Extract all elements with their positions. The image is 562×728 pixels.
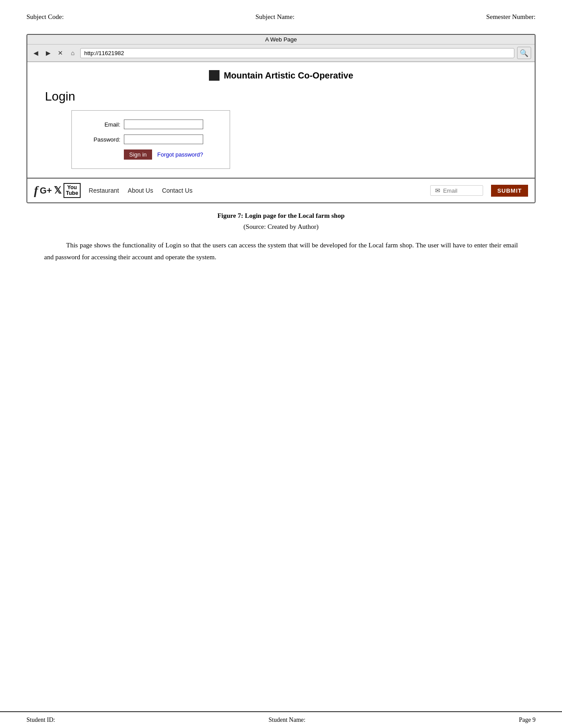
email-subscribe-area: ✉ (430, 185, 483, 196)
page-number: Page 9 (519, 717, 536, 724)
site-content: Mountain Artistic Co-Operative Login Ema… (27, 62, 535, 202)
nav-about-us[interactable]: About Us (128, 187, 153, 194)
back-button[interactable]: ◀ (31, 48, 41, 58)
signin-button[interactable]: Sign in (124, 149, 152, 160)
password-input[interactable] (124, 134, 203, 144)
social-icons: f G+ 𝕏 YouTube (34, 183, 81, 198)
envelope-icon: ✉ (435, 187, 440, 194)
student-name-label: Student Name: (268, 717, 305, 724)
body-paragraph: This page shows the functionality of Log… (44, 239, 518, 263)
search-icon: 🔍 (520, 49, 529, 57)
subject-code-label: Subject Code: (26, 13, 64, 21)
figure-caption: Figure 7: Login page for the Local farm … (26, 212, 536, 220)
email-subscribe-input[interactable] (443, 187, 478, 194)
address-bar[interactable] (80, 48, 514, 58)
search-button[interactable]: 🔍 (517, 47, 531, 59)
student-id-label: Student ID: (26, 717, 55, 724)
subject-name-label: Subject Name: (255, 13, 294, 21)
login-section: Login Email: Password: Sign in Forgot pa… (27, 85, 535, 178)
nav-contact-us[interactable]: Contact Us (162, 187, 192, 194)
twitter-icon[interactable]: 𝕏 (54, 185, 62, 196)
body-text: This page shows the functionality of Log… (44, 239, 518, 263)
site-footer-nav: f G+ 𝕏 YouTube Restaurant About Us Conta… (27, 178, 535, 202)
email-input[interactable] (124, 119, 203, 129)
site-header: Mountain Artistic Co-Operative (27, 62, 535, 85)
email-label: Email: (85, 121, 120, 128)
forward-button[interactable]: ▶ (43, 48, 53, 58)
youtube-icon[interactable]: YouTube (63, 183, 81, 198)
page-footer: Student ID: Student Name: Page 9 (0, 711, 562, 728)
footer-nav: Restaurant About Us Contact Us (89, 187, 422, 194)
facebook-icon[interactable]: f (34, 183, 38, 198)
semester-label: Semester Number: (486, 13, 536, 21)
browser-nav-bar: ◀ ▶ ✕ ⌂ 🔍 (27, 45, 535, 62)
nav-restaurant[interactable]: Restaurant (89, 187, 119, 194)
login-heading: Login (45, 90, 517, 104)
submit-button[interactable]: SUBMIT (491, 185, 528, 197)
email-row: Email: (85, 119, 216, 129)
password-row: Password: (85, 134, 216, 144)
site-title: Mountain Artistic Co-Operative (224, 71, 354, 81)
home-button[interactable]: ⌂ (68, 48, 78, 58)
password-label: Password: (85, 136, 120, 143)
form-actions: Sign in Forgot password? (124, 149, 216, 160)
browser-title-bar: A Web Page (27, 35, 535, 45)
google-plus-icon[interactable]: G+ (40, 186, 52, 196)
figure-source: (Source: Created by Author) (0, 223, 562, 231)
forgot-password-link[interactable]: Forgot password? (157, 151, 203, 158)
site-logo (209, 70, 220, 81)
browser-title: A Web Page (265, 36, 297, 43)
login-form-box: Email: Password: Sign in Forgot password… (71, 110, 230, 169)
browser-mockup: A Web Page ◀ ▶ ✕ ⌂ 🔍 Mountain Artistic C… (26, 34, 536, 203)
close-button[interactable]: ✕ (56, 48, 65, 58)
